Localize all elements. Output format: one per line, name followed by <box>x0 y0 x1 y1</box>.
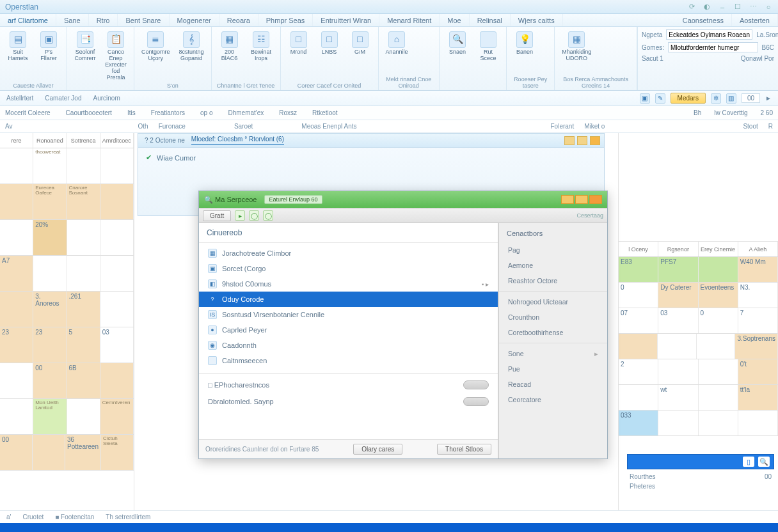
side-item[interactable]: Reacad <box>499 377 607 392</box>
crumb[interactable]: Dhmemat'ex <box>228 109 264 116</box>
calendar-cell[interactable]: 0 <box>699 308 738 333</box>
menu-item[interactable]: Relinsal <box>470 14 511 26</box>
side-item[interactable]: Pag <box>499 242 607 258</box>
footer-button[interactable]: Thorel Stloos <box>437 444 491 455</box>
ribbon-button[interactable]: ⌂Anannile <box>383 29 411 75</box>
calendar-cell[interactable]: 07 <box>619 308 658 333</box>
calendar-cell[interactable]: 7 <box>738 308 778 333</box>
side-item[interactable]: Pue <box>499 361 607 377</box>
ribbon-button[interactable]: ▤SuitHamets <box>4 29 32 81</box>
circle-icon[interactable]: ◯ <box>263 210 273 221</box>
status-item[interactable]: ■ Footencitan <box>55 513 94 520</box>
ribbon-button[interactable]: 🔍Snaen <box>443 29 472 89</box>
calendar-cell[interactable] <box>100 363 134 398</box>
calendar-cell[interactable]: 6B <box>67 363 100 398</box>
circle-icon[interactable]: ◯ <box>249 210 259 221</box>
dialog-list-item[interactable]: ISSosntusd Virsenbotanier Cennile <box>199 307 498 322</box>
calendar-cell[interactable] <box>738 411 778 435</box>
calendar-cell[interactable] <box>100 148 134 184</box>
menu-item[interactable]: Menard Ritent <box>379 14 440 26</box>
calendar-cell[interactable] <box>0 184 33 219</box>
menu-item[interactable]: Reoara <box>219 14 258 26</box>
side-input[interactable] <box>666 29 752 40</box>
ribbon-button[interactable]: 📑SeolonfComrerr <box>71 29 99 89</box>
dialog-list-item[interactable]: ◧9hstod C0omus▪ ▸ <box>199 276 498 292</box>
calendar-cell[interactable]: N3. <box>738 283 778 308</box>
menu-item[interactable]: Phmpr Seas <box>258 14 314 26</box>
ws-close-icon[interactable] <box>590 136 600 145</box>
calendar-cell[interactable]: 0't <box>738 359 778 384</box>
subbar-item[interactable]: Camater Jod <box>45 95 81 102</box>
calendar-cell[interactable]: A7 <box>0 256 33 291</box>
menu-item[interactable]: Caonsetness <box>675 14 732 26</box>
status-item[interactable]: Cruotet <box>22 513 44 520</box>
footer-button[interactable]: Olary cares <box>353 444 402 455</box>
calendar-cell[interactable]: .261 <box>67 292 100 327</box>
side-item[interactable]: Aemone <box>499 258 607 273</box>
calendar-cell[interactable] <box>100 220 134 255</box>
sync-icon[interactable]: ⟳ <box>687 3 696 12</box>
calendar-cell[interactable] <box>100 256 134 291</box>
dialog-option[interactable]: Dbralotomled. Saynp <box>199 393 498 410</box>
ribbon-button[interactable]: ▦MhankidingUDORO <box>559 29 594 75</box>
ribbon-button[interactable]: □GıM <box>346 29 374 81</box>
calendar-cell[interactable]: Cnarore Sosnant <box>67 184 100 219</box>
calendar-cell[interactable] <box>699 257 738 282</box>
calendar-cell[interactable] <box>658 359 698 384</box>
crumb[interactable]: Caourtbooeotert <box>66 109 112 116</box>
calendar-cell[interactable] <box>619 385 658 410</box>
ribbon-button[interactable]: □LNBS <box>315 29 344 81</box>
side-input[interactable] <box>668 42 758 52</box>
ribbon-button[interactable]: □Mrond <box>285 29 313 81</box>
calendar-cell[interactable]: tt'la <box>738 385 778 410</box>
search-icon[interactable]: 🔍 <box>758 457 770 467</box>
side-item[interactable]: Nohrogeod Uicteaar <box>499 294 607 309</box>
calendar-cell[interactable] <box>67 148 100 184</box>
dialog-list-item[interactable]: ●Caprled Peyer <box>199 322 498 338</box>
calendar-cell[interactable]: 3.Soptrenans <box>735 334 778 359</box>
dialog-option[interactable]: □ EPhocharestncos <box>199 377 498 393</box>
gear-icon[interactable]: ✲ <box>711 93 721 104</box>
calendar-cell[interactable] <box>0 292 33 327</box>
dialog-tool-button[interactable]: Gratt <box>203 210 231 221</box>
ribbon-button[interactable]: Rut Scece <box>474 29 502 89</box>
menu-item[interactable]: Rtro <box>89 14 118 26</box>
calendar-cell[interactable]: 23 <box>33 327 67 363</box>
calendar-cell[interactable] <box>33 435 65 470</box>
help-icon[interactable]: ◐ <box>703 3 711 12</box>
ribbon-button[interactable]: ≣ContgomreUçory <box>138 29 173 81</box>
crumb[interactable]: Rtketioot <box>312 109 337 116</box>
side-item[interactable]: Ceorcatore <box>499 392 607 407</box>
calendar-cell[interactable]: Eurecea Oafece <box>33 184 67 219</box>
menu-item[interactable]: Moe <box>440 14 469 26</box>
close-icon[interactable]: ○ <box>764 3 773 12</box>
calendar-cell[interactable]: Evoenteens <box>699 283 738 308</box>
menu-item[interactable]: arf Cliartome <box>0 14 56 26</box>
minimize-icon[interactable]: – <box>718 3 727 12</box>
calendar-cell[interactable] <box>67 256 100 291</box>
calendar-cell[interactable] <box>658 334 697 359</box>
dialog-list-item[interactable]: ?Oduy Corode <box>199 292 498 307</box>
crumb[interactable]: lw Coverttig <box>714 109 747 116</box>
calendar-cell[interactable] <box>67 220 100 255</box>
menu-item[interactable]: Bent Snare <box>118 14 169 26</box>
calendar-cell[interactable] <box>699 359 738 384</box>
calendar-cell[interactable] <box>699 411 738 435</box>
calendar-cell[interactable]: 033 <box>619 411 658 435</box>
search-toggle[interactable]: Medars <box>671 93 706 104</box>
calendar-cell[interactable] <box>100 292 134 327</box>
ribbon-button[interactable]: ▣P'sFllarer <box>35 29 63 81</box>
calendar-cell[interactable]: Clctuh Sleeta <box>101 435 134 470</box>
calendar-cell[interactable]: 23 <box>0 327 33 363</box>
calendar-cell[interactable]: 0 <box>619 283 658 308</box>
dlg-close-icon[interactable] <box>589 195 602 204</box>
calendar-cell[interactable]: 36 Potteareen <box>65 435 101 470</box>
toggle[interactable] <box>463 380 489 389</box>
side-item[interactable]: Reashtor Octore <box>499 273 607 288</box>
ws-tab[interactable]: Mloedef: Cloesbm ° Rtorvlont (6) <box>191 136 284 145</box>
calendar-cell[interactable] <box>619 334 658 359</box>
calendar-cell[interactable]: 00 <box>33 363 67 398</box>
calendar-cell[interactable] <box>100 184 134 219</box>
calendar-cell[interactable]: 00 <box>0 435 33 470</box>
menu-item[interactable]: Aosterten <box>732 14 778 26</box>
